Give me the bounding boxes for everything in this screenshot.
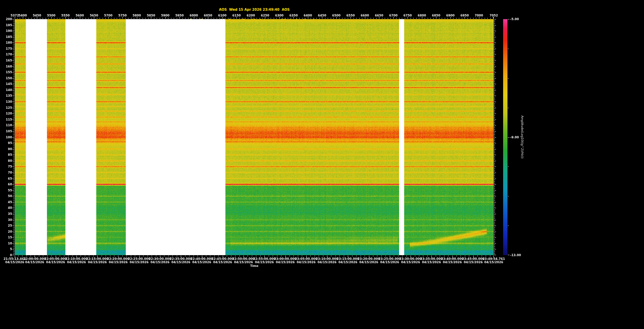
time-tick-time: 21:55:13.461: [4, 257, 26, 261]
record-tick-label: 6150: [232, 14, 241, 17]
time-tick-date: 04/15/2026: [65, 261, 88, 264]
record-tick-label: 6750: [404, 14, 412, 17]
record-tick-label: 5900: [161, 14, 169, 17]
freq-tick-label: 45: [0, 200, 12, 204]
time-tick-label: 23:25:00.00004/15/2026: [378, 257, 401, 264]
time-tick-label: 23:49:54.76104/15/2026: [483, 257, 505, 264]
time-tick-date: 04/15/2026: [462, 261, 484, 264]
freq-tick-label: 145: [0, 82, 12, 86]
freq-tick-label: 105: [0, 130, 12, 133]
time-tick-time: 22:00:00.000: [23, 257, 46, 261]
freq-tick-label: 65: [0, 177, 12, 180]
time-tick-label: 22:45:00.00004/15/2026: [211, 257, 234, 264]
time-tick-date: 04/15/2026: [337, 261, 359, 264]
freq-tick-label: 40: [0, 206, 12, 209]
time-tick-label: 22:05:00.00004/15/2026: [44, 257, 67, 264]
record-tick-label: 6850: [432, 14, 440, 17]
record-tick-label: 5500: [47, 14, 55, 17]
time-tick-time: 22:45:00.000: [211, 257, 234, 261]
freq-tick-label: 185: [0, 35, 12, 39]
record-tick-label: 6500: [332, 14, 340, 17]
time-tick-time: 22:35:00.000: [170, 257, 192, 261]
freq-tick-label: 95: [0, 141, 12, 145]
freq-tick-label: 120: [0, 112, 12, 115]
record-tick-label: 5550: [61, 14, 70, 17]
time-tick-time: 22:15:00.000: [86, 257, 109, 261]
time-tick-time: 23:10:00.000: [316, 257, 338, 261]
record-tick-label: 6900: [446, 14, 454, 17]
time-tick-date: 04/15/2026: [23, 261, 46, 264]
time-tick-label: 21:55:13.46104/15/2026: [4, 257, 26, 264]
time-tick-date: 04/15/2026: [149, 261, 171, 264]
record-tick-label: 6950: [461, 14, 469, 17]
time-tick-time: 22:05:00.000: [44, 257, 67, 261]
record-tick-label: 6450: [318, 14, 326, 17]
time-tick-label: 23:10:00.00004/15/2026: [316, 257, 338, 264]
freq-tick-label: 190: [0, 29, 12, 33]
time-tick-label: 23:20:00.00004/15/2026: [358, 257, 380, 264]
time-tick-time: 22:25:00.000: [128, 257, 150, 261]
record-tick-label: 5400: [18, 14, 27, 17]
time-tick-date: 04/15/2026: [420, 261, 443, 264]
freq-tick-label: 85: [0, 153, 12, 156]
time-tick-date: 04/15/2026: [128, 261, 150, 264]
time-tick-date: 04/15/2026: [211, 261, 234, 264]
freq-tick-label: 155: [0, 70, 12, 74]
time-tick-label: 22:30:00.00004/15/2026: [149, 257, 171, 264]
time-axis-title: Time: [15, 264, 494, 268]
time-tick-time: 23:40:00.000: [441, 257, 464, 261]
time-tick-time: 23:20:00.000: [358, 257, 380, 261]
time-tick-label: 22:35:00.00004/15/2026: [170, 257, 192, 264]
freq-tick-label: 35: [0, 212, 12, 216]
time-tick-date: 04/15/2026: [4, 261, 26, 264]
time-tick-time: 22:55:00.000: [253, 257, 276, 261]
time-tick-label: 22:00:00.00004/15/2026: [23, 257, 46, 264]
freq-tick-label: 135: [0, 94, 12, 97]
time-tick-date: 04/15/2026: [399, 261, 422, 264]
record-tick-label: 6000: [190, 14, 198, 17]
record-tick-label: 7052: [489, 14, 498, 17]
record-tick-label: 5750: [118, 14, 127, 17]
freq-tick-label: 175: [0, 47, 12, 50]
record-tick-label: 6100: [218, 14, 226, 17]
time-tick-label: 23:00:00.00004/15/2026: [274, 257, 297, 264]
time-tick-date: 04/15/2026: [358, 261, 380, 264]
freq-tick-label: 55: [0, 189, 12, 192]
record-tick-label: 6400: [304, 14, 312, 17]
freq-tick-label: 100: [0, 136, 12, 139]
time-tick-label: 23:35:00.00004/15/2026: [420, 257, 443, 264]
record-tick-label: 6800: [418, 14, 426, 17]
freq-tick-label: 115: [0, 118, 12, 121]
freq-tick-label: 170: [0, 53, 12, 56]
time-tick-date: 04/15/2026: [170, 261, 192, 264]
freq-tick-label: 165: [0, 59, 12, 62]
time-tick-time: 22:20:00.000: [107, 257, 129, 261]
freq-tick-label: 180: [0, 41, 12, 44]
freq-tick-label: 80: [0, 159, 12, 162]
time-tick-date: 04/15/2026: [86, 261, 109, 264]
freq-tick-label: 150: [0, 77, 12, 80]
time-tick-time: 23:30:00.000: [399, 257, 422, 261]
time-tick-date: 04/15/2026: [44, 261, 67, 264]
record-tick-label: 6700: [389, 14, 397, 17]
record-tick-label: 5950: [175, 14, 184, 17]
time-tick-time: 23:49:54.761: [483, 257, 505, 261]
record-tick-label: 6350: [289, 14, 298, 17]
freq-tick-label: 50: [0, 194, 12, 198]
freq-tick-label: 110: [0, 124, 12, 127]
colorbar-title: Amplitude(Log10((g^2)/Hz)): [521, 115, 524, 158]
spectrogram-canvas[interactable]: [15, 19, 494, 255]
time-tick-label: 22:15:00.00004/15/2026: [86, 257, 109, 264]
time-tick-time: 23:05:00.000: [295, 257, 317, 261]
time-tick-date: 04/15/2026: [483, 261, 505, 264]
record-tick-label: 6250: [261, 14, 269, 17]
time-tick-time: 22:40:00.000: [191, 257, 213, 261]
record-tick-label: 5850: [147, 14, 155, 17]
record-tick-label: 7000: [475, 14, 483, 17]
time-tick-label: 22:40:00.00004/15/2026: [191, 257, 213, 264]
freq-tick-label: 60: [0, 183, 12, 186]
record-tick-label: 6650: [375, 14, 383, 17]
freq-tick-label: 160: [0, 65, 12, 68]
time-tick-time: 22:10:00.000: [65, 257, 88, 261]
time-tick-date: 04/15/2026: [441, 261, 464, 264]
